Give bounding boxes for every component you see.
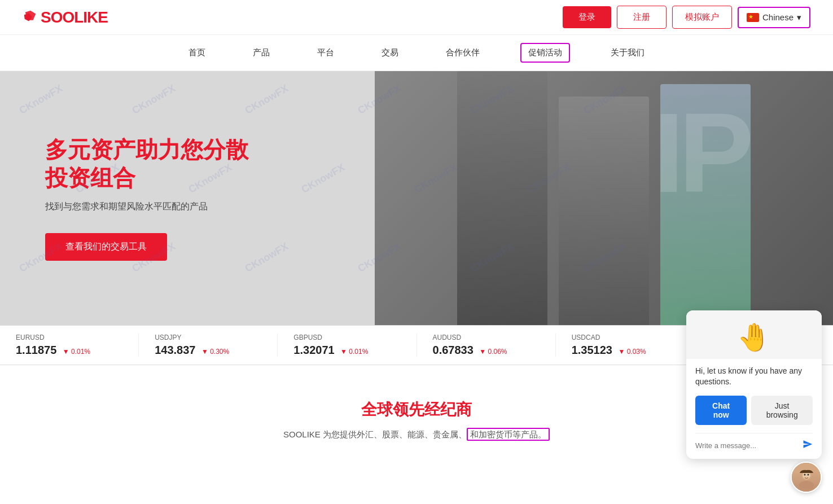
nav-home[interactable]: 首页 xyxy=(182,44,212,62)
highlight-text: 和加密货币等产品。 xyxy=(467,428,550,441)
chat-input-row xyxy=(695,433,813,452)
nav-trading[interactable]: 交易 xyxy=(375,44,405,62)
register-button[interactable]: 注册 xyxy=(617,6,667,29)
ticker-gbpusd-value: 1.32071 xyxy=(293,344,334,356)
nav-about[interactable]: 关于我们 xyxy=(604,44,651,62)
hero-subtitle: 找到与您需求和期望风险水平匹配的产品 xyxy=(45,201,248,213)
ticker-audusd-value: 0.67833 xyxy=(433,344,474,356)
nav-platform[interactable]: 平台 xyxy=(310,44,341,62)
chevron-down-icon: ▾ xyxy=(797,12,801,23)
ticker-usdjpy-change: ▼ 0.30% xyxy=(201,348,229,356)
chat-message-input[interactable] xyxy=(695,441,798,450)
ticker-audusd-row: 0.67833 ▼ 0.06% xyxy=(433,344,507,357)
ticker-gbpusd-change: ▼ 0.01% xyxy=(340,348,368,356)
chat-message: Hi, let us know if you have any question… xyxy=(695,366,813,388)
hero-cta-button[interactable]: 查看我们的交易工具 xyxy=(45,233,167,261)
ticker-eurusd-row: 1.11875 ▼ 0.01% xyxy=(16,344,90,357)
ticker-usdcad: USDCAD 1.35123 ▼ 0.03% xyxy=(556,334,695,357)
chat-actions: Chat now Just browsing xyxy=(695,396,813,425)
language-label: Chinese xyxy=(762,12,793,22)
ticker-audusd-label: AUDUSD xyxy=(433,334,462,341)
ticker-usdcad-label: USDCAD xyxy=(572,334,600,341)
header-actions: 登录 注册 模拟账户 Chinese ▾ xyxy=(563,6,810,29)
ticker-gbpusd-label: GBPUSD xyxy=(293,334,322,341)
chat-send-button[interactable] xyxy=(803,439,813,452)
ticker-eurusd-label: EURUSD xyxy=(16,334,45,341)
ticker-eurusd-change: ▼ 0.01% xyxy=(63,348,90,356)
ticker-usdjpy-label: USDJPY xyxy=(155,334,181,341)
ticker-gbpusd-row: 1.32071 ▼ 0.01% xyxy=(293,344,368,357)
hero-image xyxy=(375,71,833,325)
chat-body: Hi, let us know if you have any question… xyxy=(686,359,822,459)
logo-icon xyxy=(23,10,38,25)
nav-partners[interactable]: 合作伙伴 xyxy=(439,44,486,62)
section-broker-desc: SOOLIKE 为您提供外汇、股票、能源、贵金属、和加密货币等产品。 xyxy=(219,430,614,440)
hero-content: 多元资产助力您分散 投资组合 找到与您需求和期望风险水平匹配的产品 查看我们的交… xyxy=(45,135,248,261)
just-browsing-button[interactable]: Just browsing xyxy=(751,396,813,425)
ticker-eurusd-value: 1.11875 xyxy=(16,344,56,356)
ticker-usdcad-value: 1.35123 xyxy=(572,344,612,356)
logo: SOOLIKE xyxy=(23,8,108,27)
ticker-usdcad-change: ▼ 0.03% xyxy=(618,348,646,356)
ticker-eurusd: EURUSD 1.11875 ▼ 0.01% xyxy=(0,334,139,357)
ticker-audusd-change: ▼ 0.06% xyxy=(479,348,507,356)
header: SOOLIKE 登录 注册 模拟账户 Chinese ▾ xyxy=(0,0,833,35)
hero-people xyxy=(457,71,751,325)
hero-section: CKnowFX CKnowFX CKnowFX CKnowFX CKnowFX … xyxy=(0,71,833,325)
ticker-gbpusd: GBPUSD 1.32071 ▼ 0.01% xyxy=(278,334,417,357)
login-button[interactable]: 登录 xyxy=(563,6,611,28)
chat-hand-icon: 🤚 xyxy=(737,322,771,353)
language-selector[interactable]: Chinese ▾ xyxy=(738,7,810,28)
chat-widget: 🤚 Hi, let us know if you have any questi… xyxy=(686,310,822,459)
flag-icon xyxy=(747,13,759,22)
ticker-usdcad-row: 1.35123 ▼ 0.03% xyxy=(572,344,646,357)
nav-promotions[interactable]: 促销活动 xyxy=(520,43,570,63)
hero-title: 多元资产助力您分散 投资组合 xyxy=(45,135,248,192)
ticker-usdjpy: USDJPY 143.837 ▼ 0.30% xyxy=(139,334,278,357)
chat-header: 🤚 xyxy=(686,310,822,359)
demo-button[interactable]: 模拟账户 xyxy=(672,6,732,29)
logo-text: SOOLIKE xyxy=(41,8,108,27)
chat-now-button[interactable]: Chat now xyxy=(695,396,747,425)
ticker-usdjpy-row: 143.837 ▼ 0.30% xyxy=(155,344,229,357)
navbar: 首页 产品 平台 交易 合作伙伴 促销活动 关于我们 xyxy=(0,35,833,71)
nav-products[interactable]: 产品 xyxy=(246,44,277,62)
ticker-usdjpy-value: 143.837 xyxy=(155,344,195,356)
send-icon xyxy=(803,439,813,449)
ticker-audusd: AUDUSD 0.67833 ▼ 0.06% xyxy=(417,334,556,357)
